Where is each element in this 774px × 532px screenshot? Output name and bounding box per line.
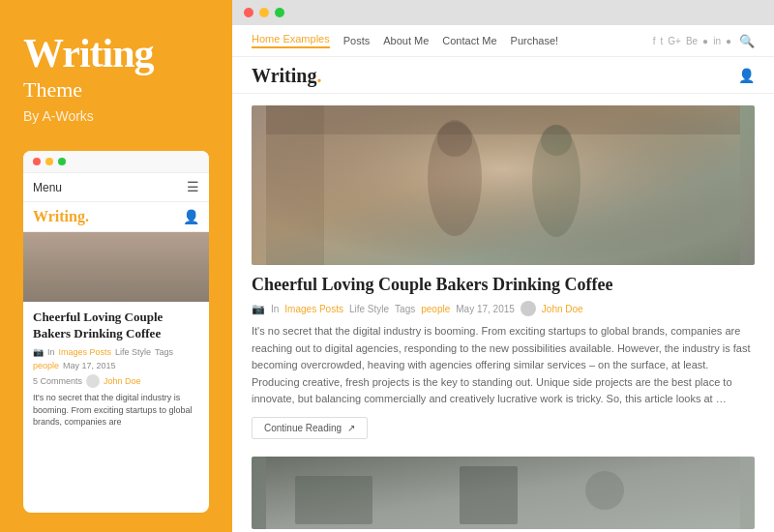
theme-subtitle: Theme xyxy=(23,77,209,103)
mobile-article-body: Cheerful Loving Couple Bakers Drinking C… xyxy=(23,302,209,436)
mobile-preview: Menu ☰ Writing. 👤 Cheerful Loving Couple… xyxy=(23,151,209,513)
google-plus-icon[interactable]: G+ xyxy=(668,36,681,46)
hero-article-image xyxy=(252,105,755,265)
nav-posts[interactable]: Posts xyxy=(343,35,371,46)
mobile-dot-red xyxy=(33,158,41,165)
mobile-user-icon: 👤 xyxy=(183,209,199,225)
writing-title: Writing xyxy=(23,31,209,75)
instagram-icon[interactable]: in xyxy=(713,36,721,46)
mobile-hamburger-icon[interactable]: ☰ xyxy=(187,179,199,195)
pinterest-icon[interactable]: ● xyxy=(702,36,708,46)
hero-camera-icon: 📷 xyxy=(252,303,265,315)
mobile-article-meta2: 5 Comments John Doe xyxy=(33,374,199,388)
desktop-brand-bar: Writing. 👤 xyxy=(232,57,774,94)
search-icon[interactable]: 🔍 xyxy=(739,34,755,48)
behance-icon[interactable]: Be xyxy=(686,36,698,46)
mobile-brand: Writing. xyxy=(33,208,89,225)
main-content: Cheerful Loving Couple Bakers Drinking C… xyxy=(232,94,774,532)
hero-article-meta: 📷 In Images Posts Life Style Tags people… xyxy=(252,301,755,316)
site-nav: Home Examples Posts About Me Contact Me … xyxy=(232,25,774,57)
hero-cat1[interactable]: Images Posts xyxy=(284,304,343,314)
mobile-dot-green xyxy=(58,158,66,165)
continue-reading-label: Continue Reading xyxy=(264,423,342,433)
mobile-cat2[interactable]: Life Style xyxy=(115,347,151,357)
mobile-hero-image xyxy=(23,232,209,302)
share-icon: ↗ xyxy=(347,423,355,433)
svg-rect-10 xyxy=(460,466,518,524)
second-article-image xyxy=(252,457,755,529)
hero-tags-label: Tags xyxy=(395,304,415,314)
mobile-date: May 17, 2015 xyxy=(63,361,116,370)
desktop-content: Home Examples Posts About Me Contact Me … xyxy=(232,25,774,532)
mobile-cat1[interactable]: Images Posts xyxy=(59,347,112,357)
right-panel: Home Examples Posts About Me Contact Me … xyxy=(232,0,774,532)
mobile-tags-label: Tags xyxy=(155,347,173,357)
desktop-brand: Writing. xyxy=(252,65,321,87)
second-article-preview xyxy=(252,457,755,529)
author-credit: By A-Works xyxy=(23,108,209,124)
hero-date: May 17, 2015 xyxy=(456,304,515,314)
mobile-author[interactable]: John Doe xyxy=(104,376,141,386)
mobile-author-avatar xyxy=(86,374,100,388)
mobile-brand-bar: Writing. 👤 xyxy=(23,202,209,232)
social-icons: f t G+ Be ● in ● xyxy=(653,36,731,46)
svg-rect-9 xyxy=(295,476,372,524)
mobile-in-label: In xyxy=(47,347,55,357)
mobile-meta-icon: 📷 xyxy=(33,347,44,357)
nav-contact[interactable]: Contact Me xyxy=(442,35,496,46)
mobile-excerpt: It's no secret that the digital industry… xyxy=(33,392,199,429)
facebook-icon[interactable]: f xyxy=(653,36,656,46)
svg-point-11 xyxy=(585,471,624,510)
mobile-comments[interactable]: 5 Comments xyxy=(33,376,82,386)
rss-icon[interactable]: ● xyxy=(726,36,731,46)
hero-author[interactable]: John Doe xyxy=(542,304,583,314)
hero-excerpt: It's no secret that the digital industry… xyxy=(252,323,755,408)
browser-dot-green xyxy=(275,8,284,17)
hero-author-avatar xyxy=(521,301,536,316)
mobile-tag1[interactable]: people xyxy=(33,361,59,370)
desktop-browser-bar xyxy=(232,0,774,25)
mobile-menu-label: Menu xyxy=(33,181,62,194)
hero-meta-in: In xyxy=(271,304,279,314)
nav-home[interactable]: Home Examples xyxy=(252,33,330,48)
left-panel: Writing Theme By A-Works Menu ☰ Writing.… xyxy=(0,0,232,532)
hero-cat2[interactable]: Life Style xyxy=(349,304,389,314)
continue-reading-button[interactable]: Continue Reading ↗ xyxy=(252,417,368,439)
desktop-user-icon: 👤 xyxy=(738,68,755,84)
nav-about[interactable]: About Me xyxy=(383,35,429,46)
desktop-brand-text: Writing xyxy=(252,65,316,86)
hero-article-title: Cheerful Loving Couple Bakers Drinking C… xyxy=(252,275,755,295)
mobile-nav: Menu ☰ xyxy=(23,173,209,202)
browser-dot-red xyxy=(244,8,253,17)
mobile-article-meta: 📷 In Images Posts Life Style Tags people… xyxy=(33,347,199,370)
nav-right: f t G+ Be ● in ● 🔍 xyxy=(653,34,755,48)
nav-purchase[interactable]: Purchase! xyxy=(511,35,559,46)
nav-links: Home Examples Posts About Me Contact Me … xyxy=(252,33,558,48)
hero-article: Cheerful Loving Couple Bakers Drinking C… xyxy=(252,105,755,439)
browser-dot-yellow xyxy=(259,8,269,17)
hero-tag1[interactable]: people xyxy=(421,304,450,314)
mobile-dot-yellow xyxy=(45,158,53,165)
mobile-browser-bar xyxy=(23,151,209,173)
mobile-article-title: Cheerful Loving Couple Bakers Drinking C… xyxy=(33,310,199,342)
theme-title: Writing Theme By A-Works xyxy=(23,31,209,124)
twitter-icon[interactable]: t xyxy=(660,36,663,46)
desktop-brand-dot: . xyxy=(316,65,321,86)
mobile-brand-text: Writing xyxy=(33,208,85,224)
mobile-brand-dot: . xyxy=(85,208,89,224)
